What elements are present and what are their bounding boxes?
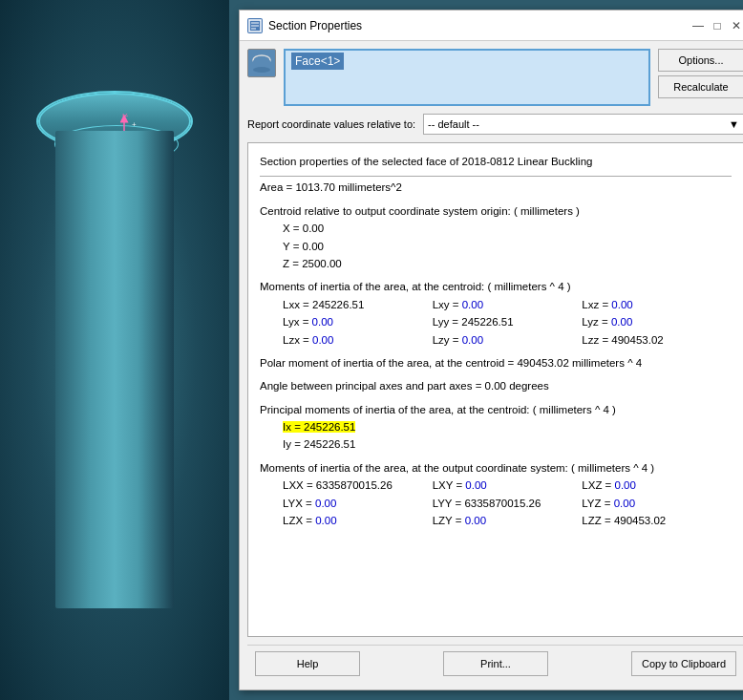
face-selector[interactable]: Face<1>	[284, 49, 650, 106]
prop-moments-grid: Lxx = 245226.51 Lxy = 0.00 Lxz = 0.00 Ly…	[260, 296, 732, 349]
prop-lyy-out: LYY = 6335870015.26	[433, 495, 583, 512]
prop-lxx: Lxx = 245226.51	[283, 296, 433, 313]
prop-area-section: Area = 1013.70 millimeters^2	[260, 179, 732, 196]
cylinder-3d: Iz Iy Ix +	[38, 74, 191, 627]
prop-lyx-out: LYX = 0.00	[283, 495, 433, 512]
prop-header-section: Section properties of the selected face …	[260, 153, 732, 170]
viewport-panel: Iz Iy Ix +	[0, 0, 229, 700]
properties-box: Section properties of the selected face …	[247, 142, 743, 637]
coord-dropdown[interactable]: -- default -- ▼	[423, 114, 743, 135]
face-icon	[247, 49, 276, 77]
coord-dropdown-value: -- default --	[428, 118, 479, 130]
svg-text:+: +	[132, 120, 137, 129]
copy-clipboard-button[interactable]: Copy to Clipboard	[631, 651, 736, 676]
prop-lzx-val: 0.00	[312, 334, 333, 346]
prop-centroid-header: Centroid relative to output coordinate s…	[260, 202, 732, 220]
prop-principal-section: Principal moments of inertia of the area…	[260, 401, 732, 454]
prop-lzy-out: LZY = 0.00	[433, 512, 583, 529]
prop-centroid-x: X = 0.00	[260, 220, 732, 237]
prop-ix-container: Ix = 245226.51	[260, 418, 732, 435]
window-controls: — □ ✕	[690, 18, 743, 33]
prop-lzy: Lzy = 0.00	[433, 331, 583, 349]
prop-lyy: Lyy = 245226.51	[433, 313, 583, 330]
dialog-body: Face<1> Options... Recalculate Report co…	[240, 41, 743, 689]
options-button[interactable]: Options...	[658, 49, 743, 72]
prop-lyx: Lyx = 0.00	[283, 313, 433, 330]
prop-lzz-out: LZZ = 490453.02	[582, 512, 732, 529]
prop-lzy-out-val: 0.00	[465, 515, 486, 526]
prop-ix-highlight: Ix = 245226.51	[283, 421, 355, 433]
section-properties-dialog: Section Properties — □ ✕ Face<1> Options…	[239, 10, 743, 690]
prop-lxz-out: LXZ = 0.00	[582, 477, 732, 494]
prop-moments-header: Moments of inertia of the area, at the c…	[260, 278, 732, 295]
prop-centroid-section: Centroid relative to output coordinate s…	[260, 202, 732, 273]
recalculate-button[interactable]: Recalculate	[658, 75, 743, 98]
title-bar: Section Properties — □ ✕	[240, 11, 743, 41]
face-selected-label: Face<1>	[291, 53, 344, 70]
svg-point-13	[253, 67, 270, 73]
top-section: Face<1> Options... Recalculate	[247, 49, 743, 106]
prop-area: Area = 1013.70 millimeters^2	[260, 179, 732, 196]
prop-lxx-out: LXX = 6335870015.26	[283, 477, 433, 494]
prop-lxz-val: 0.00	[611, 299, 632, 310]
prop-lyz: Lyz = 0.00	[582, 313, 732, 330]
report-coordinate-section: Report coordinate values relative to: --…	[247, 114, 743, 135]
prop-lxy-val: 0.00	[462, 299, 483, 310]
prop-polar: Polar moment of inertia of the area, at …	[260, 354, 732, 371]
maximize-button[interactable]: □	[710, 18, 725, 33]
prop-lxz-out-val: 0.00	[615, 479, 636, 491]
prop-lzx-out: LZX = 0.00	[283, 512, 433, 529]
help-button[interactable]: Help	[255, 651, 360, 676]
print-button[interactable]: Print...	[443, 651, 548, 676]
prop-header: Section properties of the selected face …	[260, 153, 732, 170]
close-button[interactable]: ✕	[729, 18, 743, 33]
report-coord-label: Report coordinate values relative to:	[247, 118, 415, 130]
prop-principal-header: Principal moments of inertia of the area…	[260, 401, 732, 418]
title-bar-left: Section Properties	[247, 18, 362, 33]
right-buttons: Options... Recalculate	[658, 49, 743, 98]
bottom-buttons: Help Print... Copy to Clipboard	[247, 645, 743, 682]
dropdown-arrow-icon: ▼	[729, 118, 739, 130]
prop-lyz-val: 0.00	[611, 316, 632, 328]
prop-lxy: Lxy = 0.00	[433, 296, 583, 313]
cylinder-body	[55, 131, 174, 608]
prop-lzz: Lzz = 490453.02	[582, 331, 732, 349]
prop-lyx-val: 0.00	[312, 316, 333, 328]
prop-output-section: Moments of inertia of the area, at the o…	[260, 459, 732, 530]
prop-lyz-out-val: 0.00	[614, 498, 635, 509]
dialog-icon	[247, 18, 263, 33]
prop-output-grid: LXX = 6335870015.26 LXY = 0.00 LXZ = 0.0…	[260, 477, 732, 529]
minimize-button[interactable]: —	[690, 18, 706, 33]
prop-lxz: Lxz = 0.00	[582, 296, 732, 313]
prop-lzy-val: 0.00	[462, 334, 483, 346]
prop-iy: Iy = 245226.51	[260, 435, 732, 453]
prop-lyx-out-val: 0.00	[315, 498, 336, 509]
prop-polar-section: Polar moment of inertia of the area, at …	[260, 354, 732, 371]
prop-lxy-out-val: 0.00	[465, 479, 486, 491]
svg-text:Iz: Iz	[122, 114, 128, 118]
prop-lyz-out: LYZ = 0.00	[582, 495, 732, 512]
prop-lxy-out: LXY = 0.00	[433, 477, 583, 494]
prop-centroid-z: Z = 2500.00	[260, 255, 732, 272]
prop-output-header: Moments of inertia of the area, at the o…	[260, 459, 732, 477]
prop-lzx: Lzx = 0.00	[283, 331, 433, 349]
prop-angle: Angle between principal axes and part ax…	[260, 377, 732, 394]
prop-moments-section: Moments of inertia of the area, at the c…	[260, 278, 732, 349]
dialog-title: Section Properties	[268, 19, 362, 32]
prop-lzx-out-val: 0.00	[315, 515, 336, 526]
prop-angle-section: Angle between principal axes and part ax…	[260, 377, 732, 394]
prop-centroid-y: Y = 0.00	[260, 238, 732, 255]
